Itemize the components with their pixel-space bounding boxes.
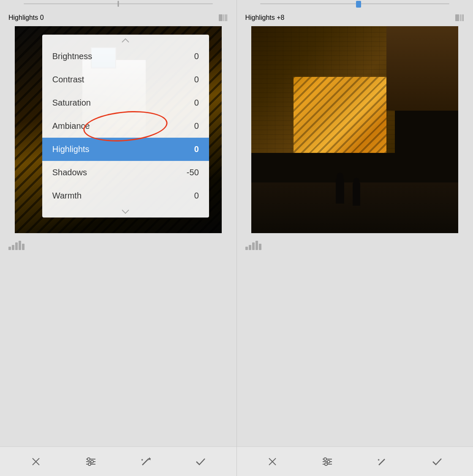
svg-marker-13 bbox=[147, 457, 150, 460]
settings-item-shadows[interactable]: Shadows -50 bbox=[42, 161, 209, 184]
svg-line-27 bbox=[379, 459, 385, 465]
svg-point-9 bbox=[91, 460, 93, 463]
svg-rect-16 bbox=[460, 14, 461, 21]
slider-track-right bbox=[260, 3, 449, 4]
svg-rect-0 bbox=[219, 14, 223, 21]
header-row-right: Highlights +8 bbox=[237, 8, 473, 26]
ambiance-value: 0 bbox=[194, 121, 199, 131]
sliders-button-left[interactable] bbox=[82, 452, 100, 471]
shadows-label: Shadows bbox=[52, 168, 87, 177]
saturation-value: 0 bbox=[194, 98, 199, 108]
cancel-button-left[interactable] bbox=[27, 452, 45, 471]
contrast-label: Contrast bbox=[52, 75, 84, 84]
svg-point-26 bbox=[325, 463, 327, 465]
settings-item-ambiance[interactable]: Ambiance 0 bbox=[42, 114, 209, 138]
svg-line-12 bbox=[142, 459, 148, 465]
svg-rect-17 bbox=[462, 14, 462, 21]
svg-rect-18 bbox=[463, 14, 464, 21]
hist-bar bbox=[245, 247, 248, 250]
hist-bar bbox=[252, 242, 255, 250]
toolbar-left bbox=[0, 446, 236, 476]
settings-item-warmth[interactable]: Warmth 0 bbox=[42, 184, 209, 207]
settings-item-saturation[interactable]: Saturation 0 bbox=[42, 91, 209, 114]
header-row-left: Highlights 0 bbox=[0, 8, 236, 26]
shadows-value: -50 bbox=[187, 168, 199, 177]
highlights-label: Highlights bbox=[52, 144, 90, 154]
svg-rect-3 bbox=[226, 14, 227, 21]
histogram-right bbox=[237, 233, 473, 254]
magic-button-right[interactable] bbox=[373, 452, 391, 471]
compare-icon-left[interactable] bbox=[218, 13, 228, 23]
svg-point-7 bbox=[87, 458, 90, 460]
left-image-area: Brightness 0 Contrast 0 Saturation 0 Amb… bbox=[15, 26, 222, 233]
hist-bar bbox=[8, 247, 11, 250]
hist-bar bbox=[12, 245, 14, 250]
settings-overlay: Brightness 0 Contrast 0 Saturation 0 Amb… bbox=[42, 35, 209, 218]
confirm-button-right[interactable] bbox=[428, 452, 446, 471]
hist-bar bbox=[15, 242, 18, 250]
brightness-label: Brightness bbox=[52, 52, 92, 61]
gate-slats bbox=[294, 77, 386, 153]
top-slider-right[interactable] bbox=[237, 0, 473, 8]
brightness-value: 0 bbox=[194, 52, 199, 61]
chevron-down-icon[interactable] bbox=[42, 207, 209, 218]
warmth-label: Warmth bbox=[52, 191, 82, 201]
hist-bar bbox=[19, 241, 21, 250]
slider-thumb-left[interactable] bbox=[117, 1, 119, 7]
svg-rect-1 bbox=[223, 14, 224, 21]
silhouette-body-2 bbox=[353, 182, 360, 206]
header-label-right: Highlights +8 bbox=[245, 14, 285, 22]
svg-marker-14 bbox=[141, 459, 143, 461]
settings-item-brightness[interactable]: Brightness 0 bbox=[42, 45, 209, 68]
building-right bbox=[386, 26, 458, 111]
slider-track-left bbox=[24, 3, 213, 4]
compare-icon-right[interactable] bbox=[454, 13, 465, 23]
slider-thumb-right[interactable] bbox=[356, 1, 361, 8]
toolbar-right bbox=[237, 446, 473, 476]
confirm-button-left[interactable] bbox=[191, 452, 210, 471]
svg-point-22 bbox=[324, 458, 326, 460]
right-panel: Highlights +8 bbox=[237, 0, 473, 476]
gate-area bbox=[294, 77, 386, 153]
histogram-left bbox=[0, 233, 236, 254]
hist-bar bbox=[249, 245, 251, 250]
highlights-value: 0 bbox=[194, 144, 199, 154]
hist-bar bbox=[259, 244, 261, 250]
contrast-value: 0 bbox=[194, 75, 199, 84]
hist-bar bbox=[256, 241, 258, 250]
silhouette-body-1 bbox=[336, 178, 344, 204]
hist-bar bbox=[22, 244, 24, 250]
magic-button-left[interactable] bbox=[136, 452, 155, 471]
cancel-button-right[interactable] bbox=[263, 452, 282, 471]
top-slider-left[interactable] bbox=[0, 0, 236, 8]
header-label-left: Highlights 0 bbox=[8, 14, 44, 22]
histogram-bars-left bbox=[8, 237, 24, 250]
sliders-button-right[interactable] bbox=[318, 452, 337, 471]
settings-item-highlights[interactable]: Highlights 0 bbox=[42, 138, 209, 161]
settings-item-contrast[interactable]: Contrast 0 bbox=[42, 68, 209, 91]
svg-marker-28 bbox=[378, 459, 380, 461]
ambiance-label: Ambiance bbox=[52, 121, 90, 131]
right-image-area bbox=[251, 26, 458, 233]
svg-point-11 bbox=[88, 463, 91, 465]
warmth-value: 0 bbox=[194, 191, 199, 201]
histogram-bars-right bbox=[245, 237, 261, 250]
saturation-label: Saturation bbox=[52, 98, 91, 108]
svg-rect-2 bbox=[225, 14, 226, 21]
svg-rect-15 bbox=[455, 14, 459, 21]
chevron-up-icon[interactable] bbox=[42, 35, 209, 45]
right-image-canvas bbox=[251, 26, 458, 233]
svg-point-24 bbox=[327, 460, 330, 463]
left-panel: Highlights 0 Brightness 0 bbox=[0, 0, 236, 476]
